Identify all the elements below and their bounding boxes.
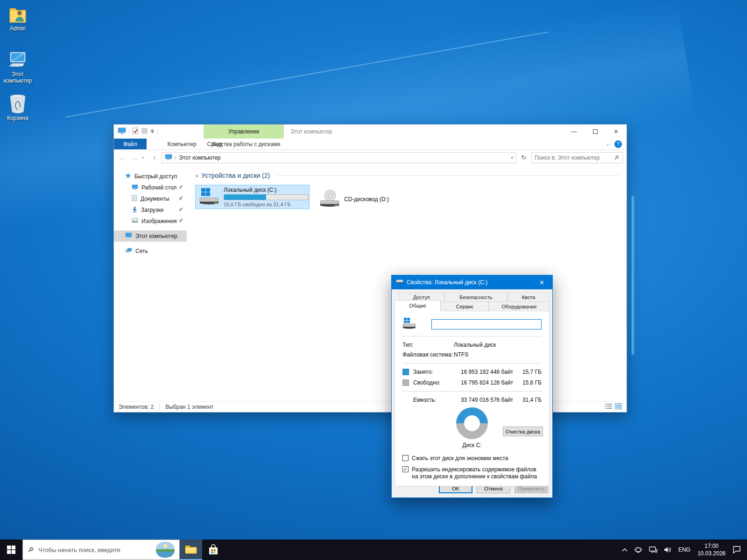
search-highlight-image[interactable] [156,542,175,558]
sidebar-item-label: Изображения [141,218,176,224]
close-button[interactable]: ✕ [606,125,627,139]
system-menu-computer-icon[interactable] [118,127,126,136]
tab-tools[interactable]: Сервис [441,301,488,311]
free-label: Свободно: [413,379,452,386]
tray-volume-icon[interactable] [661,546,675,553]
sidebar-item-this-pc[interactable]: Этот компьютер [114,231,187,242]
action-center-icon[interactable] [729,546,744,553]
tab-hardware[interactable]: Оборудование [489,301,550,311]
volume-label-input[interactable] [431,319,542,329]
ribbon-context-tab-management[interactable]: Управление [204,125,284,139]
index-checkbox-label: Разрешить индексировать содержимое файло… [412,466,542,480]
sidebar-item-documents[interactable]: Документы [114,193,187,204]
pin-icon[interactable] [178,196,183,202]
explorer-titlebar: Управление Этот компьютер — ✕ [114,125,627,139]
pin-icon[interactable] [178,207,183,213]
dialog-title: Свойства: Локальный диск (C:) [407,279,487,286]
group-header-label: Устройства и диски (2) [201,172,270,179]
search-icon: 🔍︎ [28,546,34,553]
refresh-icon[interactable]: ↻ [518,152,529,163]
collapse-ribbon-icon[interactable]: ⌄ [606,141,610,147]
system-tray: ENG 17:00 10.03.2026 [619,539,747,560]
tray-clock[interactable]: 17:00 10.03.2026 [694,542,729,557]
free-bytes: 16 795 824 128 байт [452,379,513,386]
tab-security[interactable]: Безопасность [444,293,507,301]
tab-disk-tools[interactable]: Средства работы с дисками [204,139,284,149]
network-icon [125,248,132,255]
details-view-icon[interactable] [605,403,612,411]
index-checkbox-row[interactable]: Разрешить индексировать содержимое файло… [402,466,542,480]
drive-name: CD-дисковод (D:) [344,196,389,203]
taskbar-search-box[interactable]: 🔍︎ [22,539,180,560]
tab-file[interactable]: Файл [114,139,147,149]
capacity-size: 31,4 ГБ [513,397,542,403]
free-size: 15,6 ГБ [513,379,542,386]
maximize-button[interactable] [585,125,606,139]
tab-computer[interactable]: Компьютер [160,139,204,149]
cd-drive-icon [319,189,340,210]
address-dropdown-icon[interactable]: ▾ [511,155,513,160]
dialog-close-icon[interactable]: ✕ [531,275,552,289]
help-icon[interactable]: ? [614,140,622,148]
tray-show-hidden-icons-chevron[interactable] [619,548,631,552]
new-folder-qat-button[interactable] [141,128,148,135]
user-folder-icon [0,6,35,24]
drive-item-c[interactable]: Локальный диск (C:) 15,6 ГБ свободно из … [195,185,310,209]
sidebar-item-desktop[interactable]: Рабочий стол [114,182,187,193]
address-bar[interactable]: › Этот компьютер ▾ [162,152,516,163]
compress-checkbox-row[interactable]: Сжать этот диск для экономии места [402,455,542,462]
general-tab-page: Тип: Локальный диск Файловая система: NT… [395,311,550,486]
minimize-button[interactable]: — [564,125,585,139]
disk-name: Диск C: [402,442,542,448]
taskbar-file-explorer-button[interactable] [180,539,202,560]
sidebar-item-network[interactable]: Сеть [114,245,187,257]
filesystem-value: NTFS [454,351,468,358]
forward-button[interactable]: → [130,154,140,161]
properties-qat-button[interactable] [132,127,139,136]
back-button[interactable]: ← [118,154,128,161]
group-header-devices[interactable]: ∨ Устройства и диски (2) [195,172,627,179]
used-bytes: 16 953 192 448 байт [452,369,513,375]
tray-display-connect-icon[interactable] [631,546,646,553]
chevron-down-icon[interactable]: ∨ [195,173,198,178]
hard-drive-icon [198,187,220,208]
window-controls: — ✕ [564,125,627,139]
clock-time: 17:00 [698,542,726,550]
sidebar-item-pictures[interactable]: Изображения [114,216,187,227]
sidebar-item-label: Загрузки [141,207,163,213]
pin-icon[interactable] [178,218,183,224]
group-header-line [276,175,620,176]
recent-locations-icon[interactable]: ▾ [142,155,148,160]
start-button[interactable] [0,539,22,560]
tray-language-indicator[interactable]: ENG [675,546,694,553]
drive-item-d[interactable]: CD-дисковод (D:) [319,185,389,210]
status-items-count: Элементов: 2 [119,404,154,410]
desktop-icon-recycle-bin[interactable]: Корзина [0,93,35,122]
tab-general[interactable]: Общие [395,300,441,311]
desktop-icon [132,184,138,191]
disk-usage-donut-chart [456,407,488,439]
desktop-icon-admin[interactable]: Admin [0,6,35,32]
sidebar-item-downloads[interactable]: Загрузки [114,204,187,216]
computer-icon [125,232,132,240]
up-button[interactable]: ↑ [149,154,160,161]
compress-checkbox[interactable] [402,455,409,461]
desktop-icon-this-pc[interactable]: Этот компьютер [0,50,35,84]
tray-network-icon[interactable] [646,546,661,553]
taskbar-search-input[interactable] [38,546,152,553]
search-input[interactable] [535,154,614,161]
compress-checkbox-label: Сжать этот диск для экономии места [412,455,542,462]
taskbar-store-button[interactable] [202,539,225,560]
breadcrumb[interactable]: Этот компьютер [179,154,221,161]
tab-quota[interactable]: Квота [507,293,550,301]
sidebar-item-label: Сеть [135,248,148,254]
large-icons-view-icon[interactable] [615,403,622,411]
desktop-icon-label: Admin [0,26,35,32]
sidebar-item-quick-access[interactable]: Быстрый доступ [114,171,187,182]
downloads-icon [132,206,138,214]
customize-qat-button[interactable] [150,128,155,135]
index-checkbox[interactable] [402,466,409,472]
pin-icon[interactable] [178,184,183,191]
disk-cleanup-button[interactable]: Очистка диска [503,427,543,436]
search-box[interactable]: 🔍︎ [531,152,623,163]
